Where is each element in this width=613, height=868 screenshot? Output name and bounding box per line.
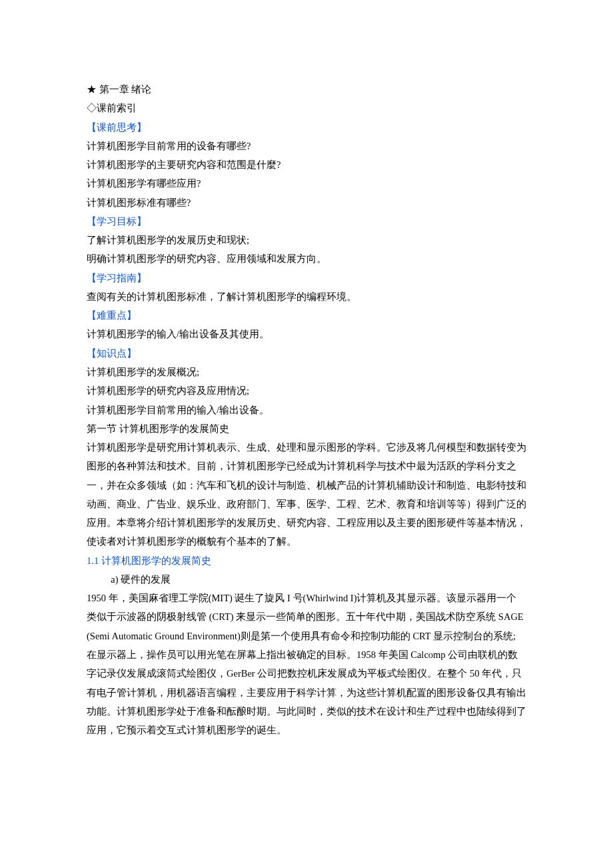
preclass-think-item: 计算机图形标准有哪些?	[87, 193, 526, 212]
heading-learning-guide: 【学习指南】	[87, 269, 526, 287]
difficult-points-item: 计算机图形学的输入/输出设备及其使用。	[87, 325, 526, 343]
heading-difficult-points: 【难重点】	[87, 306, 526, 325]
learning-guide-item: 查阅有关的计算机图形标准，了解计算机图形学的编程环境。	[87, 287, 526, 306]
heading-knowledge-points: 【知识点】	[87, 344, 526, 363]
chapter-title: ★ 第一章 绪论	[87, 80, 526, 99]
section-intro-body: 计算机图形学是研究用计算机表示、生成、处理和显示图形的学科。它涉及将几何模型和数…	[87, 438, 526, 551]
learning-goal-item: 了解计算机图形学的发展历史和现状;	[87, 231, 526, 249]
pre-index: ◇课前索引	[87, 99, 526, 117]
section-1-1-heading: 1.1 计算机图形学的发展简史	[87, 551, 526, 570]
knowledge-points-item: 计算机图形学目前常用的输入/输出设备。	[87, 401, 526, 419]
heading-learning-goal: 【学习目标】	[87, 212, 526, 231]
subitem-a-title: a) 硬件的发展	[87, 570, 526, 589]
section-intro-title: 第一节 计算机图形学的发展简史	[87, 419, 526, 438]
document-body: ★ 第一章 绪论 ◇课前索引 【课前思考】 计算机图形学目前常用的设备有哪些? …	[87, 80, 526, 739]
knowledge-points-item: 计算机图形学的研究内容及应用情况;	[87, 381, 526, 400]
preclass-think-item: 计算机图形学有哪些应用?	[87, 174, 526, 193]
preclass-think-item: 计算机图形学目前常用的设备有哪些?	[87, 137, 526, 155]
heading-preclass-think: 【课前思考】	[87, 118, 526, 137]
learning-goal-item: 明确计算机图形学的研究内容、应用领域和发展方向。	[87, 249, 526, 268]
preclass-think-item: 计算机图形学的主要研究内容和范围是什麼?	[87, 155, 526, 174]
subitem-a-body: 1950 年，美国麻省理工学院(MIT) 诞生了旋风 I 号(Whirlwind…	[87, 589, 526, 739]
knowledge-points-item: 计算机图形学的发展概况;	[87, 363, 526, 381]
